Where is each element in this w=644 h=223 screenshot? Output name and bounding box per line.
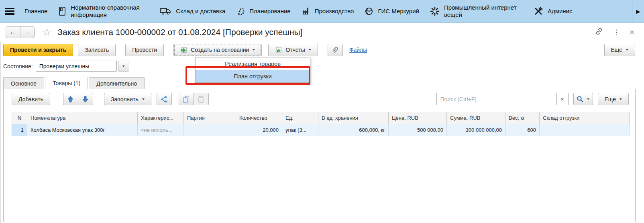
main-menu-bar: Главное Нормативно-справочная информация…	[0, 0, 644, 23]
menu-item-label: ГИС Меркурий	[378, 8, 419, 15]
menu-item-planning[interactable]: Планирование	[230, 0, 296, 23]
menu-item-label: Промышленный интернет вещей	[444, 4, 523, 18]
cell-sum[interactable]: 300 000 000,00	[447, 124, 505, 136]
column-header-quantity[interactable]: Количество	[236, 112, 282, 124]
close-icon: ×	[630, 27, 634, 37]
tab-additional[interactable]: Дополнительно	[89, 77, 145, 89]
menu-item-mercury[interactable]: ГИС Меркурий	[359, 0, 424, 23]
iot-asterisk-icon	[430, 6, 440, 16]
copy-rows-button[interactable]	[179, 93, 194, 105]
attachments-button[interactable]	[328, 44, 343, 56]
window-title-bar: ← → ☆ Заказ клиента 1000-000002 от 01.08…	[0, 23, 644, 41]
column-header-n[interactable]: N	[12, 112, 27, 124]
items-toolbar: Добавить Заполнить ×	[12, 93, 629, 105]
create-based-on-icon	[180, 47, 187, 53]
add-row-button[interactable]: Добавить	[12, 93, 50, 105]
close-window-button[interactable]: ×	[630, 27, 634, 37]
back-button[interactable]: ←	[6, 27, 20, 38]
menu-scroll-right-button[interactable]: ▶	[632, 0, 644, 23]
cell-storage-units[interactable]: 600,000, кг	[318, 124, 389, 136]
back-icon: ←	[10, 28, 16, 36]
globe-icon	[364, 6, 374, 16]
menu-item-main[interactable]: Главное	[19, 0, 53, 23]
menu-option-goods-sale[interactable]: Реализация товаров	[196, 57, 310, 70]
cell-nomenclature[interactable]: Колбаса Московская упак 300г	[27, 124, 138, 136]
chevron-down-icon	[620, 98, 622, 100]
menu-item-production[interactable]: Производство	[296, 0, 359, 23]
link-icon	[595, 27, 603, 36]
more-label: Еще	[611, 47, 623, 53]
forward-button[interactable]: →	[20, 27, 34, 38]
toolbar-more-button[interactable]: Еще	[604, 44, 636, 56]
reports-label: Отчеты	[285, 47, 305, 53]
items-more-button[interactable]: Еще	[598, 93, 629, 105]
chevron-down-icon	[122, 65, 125, 67]
clear-search-button[interactable]: ×	[556, 93, 569, 105]
column-header-price[interactable]: Цена, RUB	[389, 112, 447, 124]
arrow-down-icon	[82, 96, 89, 103]
cell-price[interactable]: 500 000,00	[389, 124, 447, 136]
column-header-warehouse[interactable]: Склад отгрузки	[540, 112, 630, 124]
column-header-weight[interactable]: Вес, кг	[505, 112, 540, 124]
cell-row-number[interactable]: 1	[12, 124, 27, 136]
menu-item-nsi[interactable]: Нормативно-справочная информация	[53, 0, 155, 23]
create-based-on-button[interactable]: Создать на основании	[173, 44, 262, 56]
column-header-batch[interactable]: Партия	[184, 112, 236, 124]
files-link[interactable]: Файлы	[349, 47, 367, 53]
favorite-star-button[interactable]: ☆	[42, 26, 51, 39]
reports-button[interactable]: Отчеты	[268, 44, 318, 56]
tab-main[interactable]: Основное	[3, 77, 44, 89]
column-header-characteristic[interactable]: Характерис...	[138, 112, 184, 124]
tools-icon	[533, 6, 544, 16]
move-row-group	[63, 93, 93, 105]
fill-button[interactable]: Заполнить	[104, 93, 151, 105]
paste-icon	[197, 95, 205, 103]
star-icon: ☆	[42, 26, 51, 38]
cell-batch[interactable]	[184, 124, 236, 136]
split-row-button[interactable]	[157, 93, 172, 105]
truck-icon	[160, 6, 172, 16]
menu-item-administration[interactable]: Админис	[528, 0, 578, 23]
history-nav-group: ← →	[6, 26, 35, 38]
tab-content-goods: Добавить Заполнить ×	[3, 89, 636, 222]
copy-icon	[182, 95, 190, 103]
items-table: N Номенклатура Характерис... Партия Коли…	[12, 112, 630, 136]
create-based-on-menu: Реализация товаров План отгрузки	[195, 57, 310, 83]
column-header-nomenclature[interactable]: Номенклатура	[27, 112, 138, 124]
paste-rows-button[interactable]	[194, 93, 209, 105]
title-actions: ⋮ ×	[595, 27, 634, 37]
search-options-button[interactable]	[573, 93, 593, 105]
post-and-close-button[interactable]: Провести и закрыть	[3, 44, 73, 56]
cell-unit[interactable]: упак (3...	[282, 124, 318, 136]
move-row-down-button[interactable]	[78, 93, 93, 105]
page-title: Заказ клиента 1000-000002 от 01.08.2024 …	[57, 27, 302, 37]
chevron-down-icon	[587, 98, 589, 100]
post-button[interactable]: Провести	[125, 44, 164, 56]
column-header-unit[interactable]: Ед.	[282, 112, 318, 124]
menu-item-warehouse[interactable]: Склад и доставка	[155, 0, 230, 23]
main-menu-button[interactable]	[0, 0, 19, 23]
state-dropdown-button[interactable]	[118, 61, 129, 72]
state-field[interactable]: Проверки успешны	[36, 61, 117, 72]
cell-warehouse[interactable]	[540, 124, 630, 136]
menu-item-iot[interactable]: Промышленный интернет вещей	[424, 0, 528, 23]
tab-goods[interactable]: Товары (1)	[45, 77, 88, 89]
cell-quantity[interactable]: 20,000	[236, 124, 282, 136]
search-input[interactable]	[436, 93, 557, 105]
reports-chart-icon	[275, 47, 282, 53]
state-row: Состояние: Проверки успешны	[3, 61, 129, 72]
cell-characteristic[interactable]: <не исполь...	[138, 124, 184, 136]
column-header-sum[interactable]: Сумма, RUB	[447, 112, 505, 124]
cell-weight[interactable]: 600	[505, 124, 540, 136]
form-tabs: Основное Товары (1) Дополнительно	[3, 77, 145, 89]
hamburger-icon	[5, 8, 14, 15]
move-row-up-button[interactable]	[63, 93, 78, 105]
kebab-icon: ⋮	[613, 29, 620, 36]
menu-option-shipment-plan[interactable]: План отгрузки	[196, 70, 310, 82]
chevron-down-icon	[142, 98, 145, 100]
write-button[interactable]: Записать	[78, 44, 116, 56]
more-actions-button[interactable]: ⋮	[613, 28, 620, 37]
column-header-storage-units[interactable]: В ед. хранения	[318, 112, 389, 124]
menu-item-label: Склад и доставка	[176, 8, 225, 15]
get-link-button[interactable]	[595, 27, 603, 37]
